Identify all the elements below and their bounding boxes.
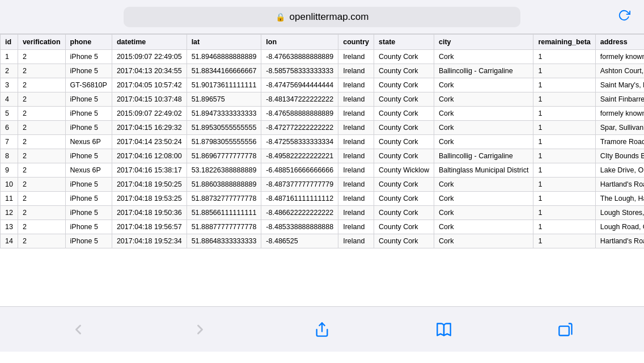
table-body: 12iPhone 52015:09:07 22:49:0551.89468888… (1, 50, 645, 248)
cell-phone: iPhone 5 (65, 178, 112, 192)
col-header-country: country (338, 35, 374, 50)
cell-state: County Cork (374, 78, 434, 92)
cell-remaining_beta: 1 (533, 192, 595, 206)
cell-lat: 51.896575 (187, 92, 261, 107)
cell-datetime: 2017:04:18 19:53:25 (112, 192, 187, 206)
url-bar[interactable]: 🔒 openlittermap.com (124, 7, 520, 27)
cell-lon: -8.487377777777779 (261, 178, 338, 192)
cell-state: County Cork (374, 107, 434, 121)
cell-id: 10 (1, 178, 18, 192)
cell-datetime: 2017:04:05 10:57:42 (112, 78, 187, 92)
col-header-city: city (434, 35, 533, 50)
cell-city: Cork (434, 206, 533, 220)
cell-datetime: 2017:04:16 15:38:17 (112, 163, 187, 178)
cell-remaining_beta: 1 (533, 78, 595, 92)
cell-address: formely known as Zam Zam, Barra... (595, 50, 644, 64)
back-button[interactable] (70, 322, 86, 337)
cell-verification: 2 (18, 206, 65, 220)
cell-remaining_beta: 1 (533, 92, 595, 107)
cell-lon: -8.486525 (261, 234, 338, 248)
cell-id: 14 (1, 234, 18, 248)
bookmarks-button[interactable] (436, 322, 452, 337)
cell-country: Ireland (338, 192, 374, 206)
cell-verification: 2 (18, 107, 65, 121)
col-header-phone: phone (65, 35, 112, 50)
cell-id: 2 (1, 64, 18, 78)
cell-address: Spar, Sullivan's Quay, South Gate A... (595, 121, 644, 135)
col-header-remaining_beta: remaining_beta (533, 35, 595, 50)
table-row: 92Nexus 6P2017:04:16 15:38:1753.18226388… (1, 163, 645, 178)
cell-verification: 2 (18, 192, 65, 206)
cell-id: 3 (1, 78, 18, 92)
cell-lat: 51.86967777777778 (187, 149, 261, 163)
cell-id: 4 (1, 92, 18, 107)
cell-lat: 51.89473333333333 (187, 107, 261, 121)
cell-datetime: 2017:04:15 10:37:48 (112, 92, 187, 107)
cell-address: Saint Finbarre's, Wandesford Quay,... (595, 92, 644, 107)
reload-button[interactable] (618, 9, 630, 25)
cell-country: Ireland (338, 64, 374, 78)
cell-city: Cork (434, 50, 533, 64)
lock-icon: 🔒 (276, 12, 285, 22)
cell-lat: 51.88877777777778 (187, 220, 261, 234)
cell-id: 7 (1, 135, 18, 149)
cell-city: Cork (434, 135, 533, 149)
cell-id: 11 (1, 192, 18, 206)
cell-country: Ireland (338, 163, 374, 178)
cell-address: Lough Stores, Brookfield Lawn, Cro... (595, 206, 644, 220)
cell-verification: 2 (18, 135, 65, 149)
cell-country: Ireland (338, 178, 374, 192)
cell-remaining_beta: 1 (533, 135, 595, 149)
cell-lat: 51.88603888888889 (187, 178, 261, 192)
cell-address: Lough Road, Croaghta-More, The L... (595, 220, 644, 234)
cell-country: Ireland (338, 121, 374, 135)
cell-verification: 2 (18, 64, 65, 78)
forward-button[interactable] (192, 322, 208, 337)
cell-phone: iPhone 5 (65, 64, 112, 78)
cell-lat: 51.89530555555555 (187, 121, 261, 135)
cell-country: Ireland (338, 78, 374, 92)
cell-lat: 51.87983055555556 (187, 135, 261, 149)
table-row: 102iPhone 52017:04:18 19:50:2551.8860388… (1, 178, 645, 192)
cell-address: Ashton Court, Ballincollig, Ballincoll..… (595, 64, 644, 78)
cell-city: Cork (434, 92, 533, 107)
cell-address: CIty Bounds Bar, Ashbrook Heights... (595, 149, 644, 163)
cell-lat: 51.88648333333333 (187, 234, 261, 248)
cell-phone: iPhone 5 (65, 220, 112, 234)
cell-phone: GT-S6810P (65, 78, 112, 92)
cell-address: Tramore Road, Ballyphehane, Bally... (595, 135, 644, 149)
table-container[interactable]: idverificationphonedatetimelatloncountry… (0, 34, 644, 306)
cell-id: 13 (1, 220, 18, 234)
cell-lat: 51.88566111111111 (187, 206, 261, 220)
cell-id: 1 (1, 50, 18, 64)
col-header-state: state (374, 35, 434, 50)
cell-address: Hartland's Road, Croaghta-More, C... (595, 178, 644, 192)
cell-city: Ballincollig - Carrigaline (434, 149, 533, 163)
cell-verification: 2 (18, 50, 65, 64)
cell-state: County Cork (374, 92, 434, 107)
data-table: idverificationphonedatetimelatloncountry… (0, 34, 644, 248)
cell-lon: -8.585758333333333 (261, 64, 338, 78)
col-header-datetime: datetime (112, 35, 187, 50)
table-row: 132iPhone 52017:04:18 19:56:5751.8887777… (1, 220, 645, 234)
cell-datetime: 2017:04:13 20:34:55 (112, 64, 187, 78)
cell-id: 6 (1, 121, 18, 135)
cell-phone: Nexus 6P (65, 135, 112, 149)
table-row: 52iPhone 52015:09:07 22:49:0251.89473333… (1, 107, 645, 121)
tabs-button[interactable] (558, 322, 574, 337)
cell-lon: -8.495822222222221 (261, 149, 338, 163)
svg-rect-1 (560, 326, 570, 335)
cell-lon: -8.474756944444444 (261, 78, 338, 92)
cell-country: Ireland (338, 92, 374, 107)
table-row: 12iPhone 52015:09:07 22:49:0551.89468888… (1, 50, 645, 64)
cell-state: County Cork (374, 121, 434, 135)
share-button[interactable] (314, 322, 330, 337)
col-header-lon: lon (261, 35, 338, 50)
cell-state: County Cork (374, 192, 434, 206)
cell-country: Ireland (338, 220, 374, 234)
cell-verification: 2 (18, 220, 65, 234)
cell-city: Cork (434, 234, 533, 248)
table-row: 32GT-S6810P2017:04:05 10:57:4251.9017361… (1, 78, 645, 92)
cell-verification: 2 (18, 78, 65, 92)
cell-id: 12 (1, 206, 18, 220)
